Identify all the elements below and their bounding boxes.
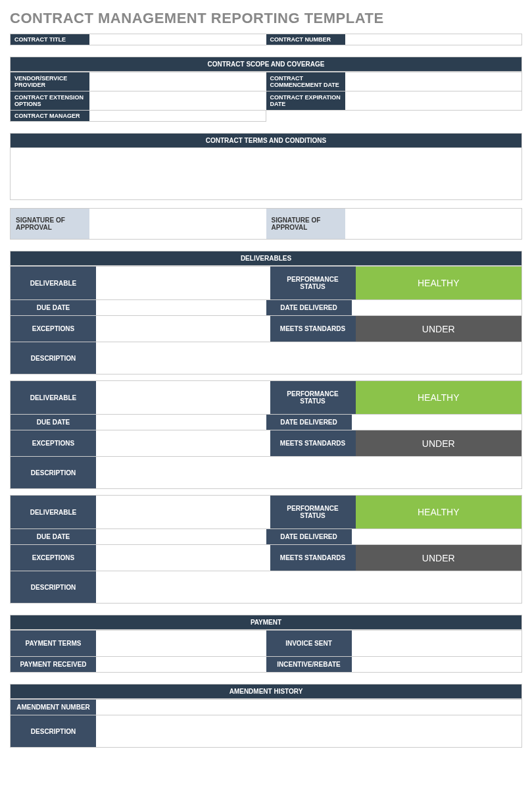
deliverables-header: DELIVERABLES (10, 251, 522, 266)
incentive-rebate-label: INCENTIVE/REBATE (266, 657, 352, 672)
manager-value[interactable] (89, 111, 266, 121)
extension-label: CONTRACT EXTENSION OPTIONS (11, 91, 89, 110)
amendment-number-value[interactable] (96, 700, 521, 715)
deliverable-block: DELIVERABLE PERFORMANCE STATUS HEALTHY D… (10, 266, 522, 374)
terms-content[interactable] (10, 147, 522, 200)
due-date-value[interactable] (96, 415, 266, 430)
incentive-rebate-value[interactable] (352, 657, 522, 672)
date-delivered-value[interactable] (352, 415, 522, 430)
meets-standards-status[interactable]: UNDER (356, 316, 522, 342)
payment-received-value[interactable] (96, 657, 266, 672)
page-title: CONTRACT MANAGEMENT REPORTING TEMPLATE (10, 10, 522, 27)
exceptions-label: EXCEPTIONS (11, 545, 96, 571)
date-delivered-label: DATE DELIVERED (266, 529, 352, 544)
exceptions-label: EXCEPTIONS (11, 430, 96, 456)
due-date-label: DUE DATE (11, 415, 96, 430)
description-value[interactable] (96, 571, 521, 603)
scope-header: CONTRACT SCOPE AND COVERAGE (10, 57, 522, 72)
exceptions-label: EXCEPTIONS (11, 316, 96, 342)
vendor-value[interactable] (89, 72, 266, 91)
exceptions-value[interactable] (96, 316, 270, 342)
deliverable-label: DELIVERABLE (11, 496, 96, 528)
meets-standards-status[interactable]: UNDER (356, 430, 522, 456)
due-date-value[interactable] (96, 300, 266, 315)
commencement-label: CONTRACT COMMENCEMENT DATE (266, 72, 345, 91)
contract-title-label: CONTRACT TITLE (11, 34, 89, 45)
amendment-number-label: AMENDMENT NUMBER (11, 700, 96, 715)
scope-section: CONTRACT SCOPE AND COVERAGE VENDOR/SERVI… (10, 57, 522, 122)
amendment-description-label: DESCRIPTION (11, 715, 96, 747)
deliverables-section: DELIVERABLES DELIVERABLE PERFORMANCE STA… (10, 251, 522, 604)
payment-section: PAYMENT PAYMENT TERMS INVOICE SENT PAYME… (10, 615, 522, 673)
payment-terms-label: PAYMENT TERMS (11, 631, 96, 656)
description-value[interactable] (96, 457, 521, 488)
terms-section: CONTRACT TERMS AND CONDITIONS SIGNATURE … (10, 133, 522, 240)
signature-1-label: SIGNATURE OF APPROVAL (11, 209, 89, 239)
deliverable-label: DELIVERABLE (11, 381, 96, 414)
meets-standards-label: MEETS STANDARDS (270, 316, 356, 342)
amendment-header: AMENDMENT HISTORY (10, 684, 522, 699)
extension-value[interactable] (89, 91, 266, 110)
exceptions-value[interactable] (96, 545, 270, 571)
deliverable-value[interactable] (96, 381, 270, 414)
amendment-section: AMENDMENT HISTORY AMENDMENT NUMBER DESCR… (10, 684, 522, 748)
signature-1-value[interactable] (89, 209, 266, 239)
expiration-label: CONTRACT EXPIRATION DATE (266, 91, 345, 110)
performance-label: PERFORMANCE STATUS (270, 267, 356, 299)
contract-title-value[interactable] (89, 34, 266, 45)
description-label: DESCRIPTION (11, 342, 96, 374)
deliverable-value[interactable] (96, 267, 270, 299)
terms-header: CONTRACT TERMS AND CONDITIONS (10, 133, 522, 148)
vendor-label: VENDOR/SERVICE PROVIDER (11, 72, 89, 91)
commencement-value[interactable] (345, 72, 522, 91)
payment-received-label: PAYMENT RECEIVED (11, 657, 96, 672)
performance-label: PERFORMANCE STATUS (270, 381, 356, 414)
deliverable-block: DELIVERABLE PERFORMANCE STATUS HEALTHY D… (10, 495, 522, 604)
date-delivered-label: DATE DELIVERED (266, 415, 352, 430)
payment-terms-value[interactable] (96, 631, 266, 656)
date-delivered-label: DATE DELIVERED (266, 300, 352, 315)
due-date-label: DUE DATE (11, 300, 96, 315)
expiration-value[interactable] (345, 91, 522, 110)
due-date-label: DUE DATE (11, 529, 96, 544)
date-delivered-value[interactable] (352, 300, 522, 315)
contract-number-label: CONTRACT NUMBER (266, 34, 345, 45)
contract-number-value[interactable] (345, 34, 522, 45)
signature-2-value[interactable] (345, 209, 522, 239)
deliverable-label: DELIVERABLE (11, 267, 96, 299)
contract-title-section: CONTRACT TITLE CONTRACT NUMBER (10, 34, 522, 45)
date-delivered-value[interactable] (352, 529, 522, 544)
payment-header: PAYMENT (10, 615, 522, 630)
signature-2-label: SIGNATURE OF APPROVAL (266, 209, 345, 239)
performance-status[interactable]: HEALTHY (356, 381, 522, 414)
meets-standards-label: MEETS STANDARDS (270, 430, 356, 456)
meets-standards-status[interactable]: UNDER (356, 545, 522, 571)
description-label: DESCRIPTION (11, 457, 96, 488)
deliverable-block: DELIVERABLE PERFORMANCE STATUS HEALTHY D… (10, 380, 522, 489)
due-date-value[interactable] (96, 529, 266, 544)
performance-status[interactable]: HEALTHY (356, 267, 522, 299)
description-value[interactable] (96, 342, 521, 374)
exceptions-value[interactable] (96, 430, 270, 456)
invoice-sent-label: INVOICE SENT (266, 631, 352, 656)
performance-status[interactable]: HEALTHY (356, 496, 522, 528)
manager-label: CONTRACT MANAGER (11, 111, 89, 121)
performance-label: PERFORMANCE STATUS (270, 496, 356, 528)
deliverable-value[interactable] (96, 496, 270, 528)
description-label: DESCRIPTION (11, 571, 96, 603)
invoice-sent-value[interactable] (352, 631, 522, 656)
amendment-description-value[interactable] (96, 715, 521, 747)
meets-standards-label: MEETS STANDARDS (270, 545, 356, 571)
